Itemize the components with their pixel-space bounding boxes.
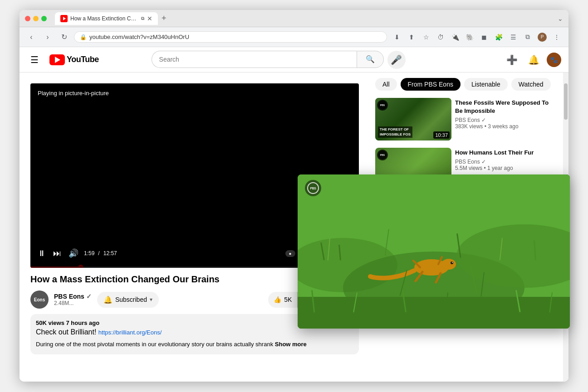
filter-chips-row: All From PBS Eons Listenable Watched: [375, 73, 558, 94]
rec-time-1: 3 weeks ago: [488, 123, 518, 130]
youtube-favicon-icon: [60, 15, 68, 22]
extensions-icon[interactable]: 🔌: [449, 31, 461, 44]
chevron-down-icon: ▾: [150, 296, 152, 303]
svg-point-15: [451, 261, 453, 264]
history-icon[interactable]: ⏱: [434, 31, 447, 44]
rec-meta-1: 383K views • 3 weeks ago: [455, 123, 558, 130]
filter-chip-listenable[interactable]: Listenable: [464, 78, 508, 91]
minimize-button[interactable]: [33, 16, 39, 21]
active-tab[interactable]: How a Mass Extinction Ch... ⧉ ✕: [55, 12, 158, 25]
search-container: 🔍 🎤: [152, 51, 406, 69]
create-button[interactable]: ➕: [503, 51, 521, 69]
lock-icon: 🔒: [80, 34, 87, 40]
microphone-icon: 🎤: [391, 54, 402, 65]
rec-dot-2: •: [484, 165, 487, 171]
subscribe-button[interactable]: 🔔 Subscribed ▾: [97, 292, 159, 308]
forward-button[interactable]: ›: [41, 31, 54, 44]
back-button[interactable]: ‹: [25, 31, 38, 44]
scrollbar-thumb[interactable]: [564, 83, 568, 120]
nav-icon-group: ⬇ ⬆ ☆ ⏱ 🔌 🐘 ◼ 🧩 ☰ ⧉ P ⋮: [391, 31, 563, 44]
close-button[interactable]: [25, 16, 30, 21]
rec-channel-2: PBS Eons ✓: [455, 159, 558, 165]
like-button[interactable]: 👍 5K: [268, 292, 298, 308]
pip-window[interactable]: PBS: [298, 174, 570, 329]
pbs-channel-badge-1: PBS: [377, 100, 388, 111]
channel-details: PBS Eons ✓ 2.48M...: [54, 293, 92, 306]
rec-time-2: 1 year ago: [487, 165, 513, 171]
youtube-logo[interactable]: YouTube: [49, 54, 99, 65]
user-avatar[interactable]: 🐾: [547, 53, 561, 67]
autoplay-toggle[interactable]: ●: [285, 250, 295, 257]
header-right-controls: ➕ 🔔 🐾: [503, 51, 561, 69]
svg-point-16: [452, 262, 453, 263]
rec-title-1: These Fossils Were Supposed To Be Imposs…: [455, 99, 558, 115]
filter-chip-all[interactable]: All: [375, 78, 397, 91]
verified-icon: ✓: [86, 293, 92, 300]
more-options-button[interactable]: ⋮: [550, 31, 563, 44]
url-text: youtube.com/watch?v=zM340uHnOrU: [89, 34, 381, 40]
maximize-button[interactable]: [41, 16, 47, 21]
rec-channel-1: PBS Eons ✓: [455, 117, 558, 123]
sidebar-icon[interactable]: ⧉: [521, 31, 534, 44]
fossil-thumb-label: THE FOREST OFIMPOSSIBLE FOS: [378, 126, 412, 138]
window-controls-right: ⌄: [558, 15, 563, 23]
puzzle-icon[interactable]: 🧩: [492, 31, 505, 44]
svg-point-14: [441, 259, 456, 270]
total-time: 12:57: [103, 250, 117, 256]
channel-name-text: PBS Eons: [54, 293, 84, 300]
new-tab-button[interactable]: +: [158, 12, 170, 25]
rec-views-2: 5.5M views: [455, 165, 482, 171]
subscribe-label: Subscribed: [115, 296, 147, 303]
next-button[interactable]: ⏭: [51, 247, 63, 260]
youtube-logo-icon: [49, 54, 65, 65]
tab-close-button[interactable]: ✕: [147, 15, 152, 22]
channel-name[interactable]: PBS Eons ✓: [54, 293, 92, 300]
pbs-channel-badge-2: PBS: [377, 150, 388, 160]
current-time: 1:59: [84, 250, 94, 256]
rec-channel-name-1: PBS Eons: [455, 117, 480, 123]
pip-video-content: [298, 174, 570, 329]
description-link[interactable]: https://brilliant.org/Eons/: [98, 329, 162, 336]
dark-mode-icon[interactable]: ◼: [478, 31, 490, 44]
pip-grass-svg: [298, 174, 570, 329]
microphone-button[interactable]: 🎤: [387, 51, 406, 69]
share-nav-icon[interactable]: ⬆: [405, 31, 418, 44]
filter-chip-watched[interactable]: Watched: [511, 78, 551, 91]
notifications-button[interactable]: 🔔: [525, 51, 543, 69]
verified-icon-1: ✓: [481, 117, 486, 123]
play-triangle-icon: [55, 57, 60, 63]
filter-chip-pbs-eons[interactable]: From PBS Eons: [401, 78, 461, 91]
tabs-icon[interactable]: ☰: [507, 31, 519, 44]
youtube-header: ☰ YouTube 🔍 🎤: [20, 47, 568, 73]
pip-tab-icon: ⧉: [141, 16, 144, 21]
traffic-lights: [25, 16, 47, 21]
pause-button[interactable]: ⏸: [36, 247, 48, 260]
profile-icon[interactable]: P: [536, 31, 549, 44]
channel-avatar[interactable]: Eons: [30, 290, 49, 309]
chip-all-label: All: [382, 81, 390, 88]
description-prefix: Check out Brilliant!: [36, 328, 98, 336]
bookmark-icon[interactable]: ☆: [420, 31, 432, 44]
bell-icon: 🔔: [528, 54, 539, 65]
menu-button[interactable]: ☰: [27, 51, 42, 69]
address-bar[interactable]: 🔒 youtube.com/watch?v=zM340uHnOrU: [74, 31, 387, 43]
rec-video-1[interactable]: THE FOREST OFIMPOSSIBLE FOS PBS 10:37 Th…: [375, 94, 558, 144]
navigation-bar: ‹ › ↻ 🔒 youtube.com/watch?v=zM340uHnOrU …: [20, 27, 568, 47]
tab-bar: How a Mass Extinction Ch... ⧉ ✕ +: [55, 12, 554, 25]
view-count: 50K views: [36, 319, 64, 326]
search-input[interactable]: [152, 51, 357, 68]
description-text: During one of the most pivotal moments i…: [36, 341, 273, 348]
rec-duration-1: 10:37: [433, 131, 450, 139]
download-icon[interactable]: ⬇: [391, 31, 403, 44]
title-bar: How a Mass Extinction Ch... ⧉ ✕ + ⌄: [20, 10, 568, 27]
time-ago: 7 hours ago: [66, 319, 100, 326]
volume-button[interactable]: 🔊: [67, 247, 80, 260]
mastodon-icon[interactable]: 🐘: [463, 31, 476, 44]
show-more-button[interactable]: Show more: [275, 341, 307, 348]
refresh-button[interactable]: ↻: [58, 31, 70, 44]
search-button[interactable]: 🔍: [357, 51, 384, 68]
create-icon: ➕: [506, 54, 518, 65]
pip-inner: PBS: [298, 174, 570, 329]
rec-views-1: 383K views: [455, 123, 483, 130]
pip-label: Playing in picture-in-picture: [38, 90, 109, 97]
